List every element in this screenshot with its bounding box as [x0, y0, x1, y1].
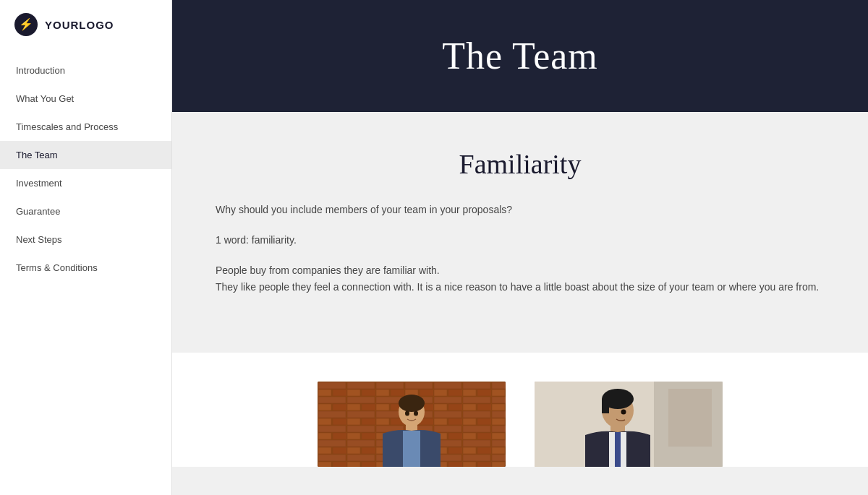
- svg-point-9: [405, 411, 409, 416]
- sidebar: ⚡ YOURLOGO Introduction What You Get Tim…: [0, 0, 172, 495]
- familiarity-paragraph-2: 1 word: familiarity.: [216, 232, 825, 249]
- familiarity-title: Familiarity: [216, 148, 825, 180]
- team-photo-1: [318, 382, 506, 467]
- main-content: The Team Familiarity Why should you incl…: [172, 0, 868, 495]
- familiarity-paragraph-1: Why should you include members of your t…: [216, 202, 825, 219]
- svg-point-21: [621, 410, 626, 415]
- logo-text: YOURLOGO: [45, 19, 114, 31]
- familiarity-paragraph-3: People buy from companies they are famil…: [216, 262, 825, 297]
- svg-rect-14: [668, 389, 712, 447]
- logo-area: ⚡ YOURLOGO: [0, 0, 171, 49]
- bolt-icon: ⚡: [19, 19, 33, 30]
- svg-rect-20: [615, 432, 621, 467]
- hero-section: The Team: [172, 0, 868, 112]
- sidebar-item-introduction[interactable]: Introduction: [0, 56, 171, 85]
- page-title: The Team: [442, 35, 598, 77]
- sidebar-item-what-you-get[interactable]: What You Get: [0, 85, 171, 113]
- svg-rect-8: [403, 431, 420, 467]
- logo-icon: ⚡: [14, 13, 38, 36]
- sidebar-nav: Introduction What You Get Timescales and…: [0, 49, 171, 495]
- svg-rect-7: [406, 423, 417, 431]
- sidebar-item-guarantee[interactable]: Guarantee: [0, 197, 171, 225]
- svg-rect-17: [602, 399, 609, 413]
- svg-point-6: [399, 395, 425, 412]
- svg-point-10: [414, 411, 418, 416]
- sidebar-item-next-steps[interactable]: Next Steps: [0, 225, 171, 254]
- sidebar-item-investment[interactable]: Investment: [0, 169, 171, 197]
- familiarity-section: Familiarity Why should you include membe…: [172, 112, 868, 353]
- sidebar-item-the-team[interactable]: The Team: [0, 141, 171, 169]
- team-photos-section: [172, 353, 868, 467]
- sidebar-item-timescales[interactable]: Timescales and Process: [0, 113, 171, 141]
- sidebar-item-terms[interactable]: Terms & Conditions: [0, 254, 171, 282]
- team-photo-2: [535, 382, 723, 467]
